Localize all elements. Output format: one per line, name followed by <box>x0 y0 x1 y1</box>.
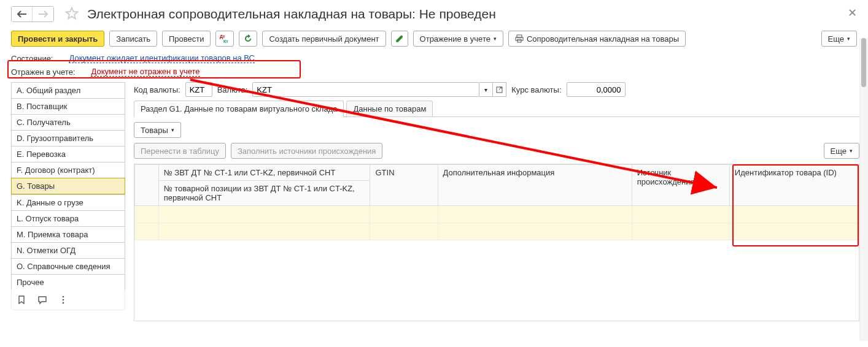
col-header-id: Идентификатор товара (ID) <box>729 165 858 206</box>
scrollbar-thumb[interactable] <box>861 38 866 87</box>
reflect-status-row: Отражен в учете: Документ не отражен в у… <box>11 65 857 78</box>
svg-rect-2 <box>517 35 522 37</box>
reflect-label: Отражен в учете: <box>11 67 75 77</box>
sidebar-item-shipper[interactable]: D. Грузоотправитель <box>11 130 125 146</box>
goods-table-wrap: № ЗВТ ДТ № СТ-1 или CT-KZ, первичной СНТ… <box>134 164 859 321</box>
back-button[interactable] <box>12 7 33 21</box>
vertical-scrollbar[interactable] <box>859 38 868 341</box>
main-toolbar: Провести и закрыть Записать Провести Дт … <box>0 26 868 51</box>
sidebar-item-supplier[interactable]: B. Поставщик <box>11 98 125 114</box>
svg-text:Дт: Дт <box>220 34 225 39</box>
table-row[interactable] <box>135 206 859 223</box>
close-icon[interactable]: ✕ <box>848 6 857 20</box>
currency-name-label: Валюта: <box>217 85 248 94</box>
section-sidebar: A. Общий раздел B. Поставщик C. Получате… <box>11 82 125 321</box>
forward-button[interactable] <box>33 7 53 21</box>
table-row[interactable] <box>135 223 859 240</box>
sidebar-item-transport[interactable]: E. Перевозка <box>11 146 125 162</box>
sidebar-item-cargo[interactable]: K. Данные о грузе <box>11 194 125 210</box>
svg-point-7 <box>63 302 64 304</box>
printer-icon <box>515 34 524 43</box>
main-panel: Код валюты: Валюта: ▾ Курс валюты: Разде… <box>125 82 859 321</box>
currency-code-input[interactable] <box>185 82 212 97</box>
sidebar-item-release[interactable]: L. Отпуск товара <box>11 210 125 226</box>
sidebar-item-goods[interactable]: G. Товары <box>11 178 125 194</box>
col-header-zvt-dt: № ЗВТ ДТ № СТ-1 или CT-KZ, первичной СНТ <box>158 165 370 181</box>
status-link[interactable]: Документ ожидает идентификации товаров н… <box>69 53 254 63</box>
col-header-source: Источник происхождения <box>632 165 729 206</box>
goods-actions: Перенести в таблицу Заполнить источники … <box>134 143 859 164</box>
post-and-close-button[interactable]: Провести и закрыть <box>11 31 104 47</box>
sidebar-item-recipient[interactable]: C. Получатель <box>11 114 125 130</box>
create-primary-doc-button[interactable]: Создать первичный документ <box>262 31 386 47</box>
goods-tabs: Раздел G1. Данные по товарам виртуальног… <box>134 101 859 117</box>
currency-code-label: Код валюты: <box>134 85 180 94</box>
page-title: Электронная сопроводительная накладная н… <box>87 7 857 21</box>
col-header-gtin: GTIN <box>370 165 438 206</box>
goods-table: № ЗВТ ДТ № СТ-1 или CT-KZ, первичной СНТ… <box>134 164 859 240</box>
tab-g1-virtual[interactable]: Раздел G1. Данные по товарам виртуальног… <box>134 101 344 116</box>
sidebar-footer-icons <box>11 290 125 310</box>
sidebar-item-acceptance[interactable]: M. Приемка товара <box>11 226 125 242</box>
goods-subtoolbar: Товары <box>134 117 859 143</box>
more-vertical-icon[interactable] <box>58 295 68 305</box>
print-doc-button[interactable]: Сопроводительная накладная на товары <box>508 31 686 47</box>
currency-rate-input[interactable] <box>567 82 626 97</box>
write-button[interactable]: Записать <box>109 31 157 47</box>
fill-sources-button[interactable]: Заполнить источники происхождения <box>231 143 382 159</box>
move-to-table-button[interactable]: Перенести в таблицу <box>134 143 226 159</box>
nav-buttons <box>11 6 54 22</box>
sidebar-item-ogd[interactable]: N. Отметки ОГД <box>11 242 125 258</box>
svg-text:Кт: Кт <box>223 39 228 44</box>
currency-name-input[interactable] <box>252 82 479 97</box>
dt-kt-button[interactable]: Дт Кт <box>215 31 234 47</box>
sidebar-item-other[interactable]: Прочее <box>11 274 125 290</box>
currency-rate-label: Курс валюты: <box>511 85 561 94</box>
refresh-button[interactable] <box>239 31 257 47</box>
tab-goods-data[interactable]: Данные по товарам <box>346 101 433 116</box>
status-row: Состояние: Документ ожидает идентификаци… <box>11 51 857 65</box>
col-header-additional: Дополнительная информация <box>438 165 632 206</box>
post-button[interactable]: Провести <box>162 31 211 47</box>
sidebar-item-general[interactable]: A. Общий раздел <box>11 82 125 98</box>
svg-point-6 <box>63 299 64 301</box>
reflect-status-link[interactable]: Документ не отражен в учете <box>91 67 200 77</box>
status-label: Состояние: <box>11 54 53 63</box>
sidebar-item-contract[interactable]: F. Договор (контракт) <box>11 162 125 178</box>
goods-dropdown[interactable]: Товары <box>134 122 181 138</box>
sidebar-item-reference[interactable]: O. Справочные сведения <box>11 258 125 274</box>
svg-point-5 <box>63 296 64 298</box>
titlebar: Электронная сопроводительная накладная н… <box>0 0 868 26</box>
col-header-position-no: № товарной позиции из ЗВТ ДТ № СТ-1 или … <box>158 181 370 206</box>
more-button[interactable]: Еще <box>821 31 857 47</box>
print-doc-label: Сопроводительная накладная на товары <box>527 34 679 44</box>
table-more-button[interactable]: Еще <box>824 143 859 159</box>
bookmark-icon[interactable] <box>17 295 26 305</box>
col-header-checkbox <box>135 165 159 206</box>
reflect-dropdown[interactable]: Отражение в учете <box>413 31 503 47</box>
currency-row: Код валюты: Валюта: ▾ Курс валюты: <box>134 82 859 97</box>
currency-dropdown-icon[interactable]: ▾ <box>479 82 493 97</box>
chat-icon[interactable] <box>37 295 47 305</box>
edit-button[interactable] <box>391 31 408 47</box>
favorite-star-icon[interactable] <box>65 7 79 22</box>
currency-open-icon[interactable] <box>493 82 506 97</box>
